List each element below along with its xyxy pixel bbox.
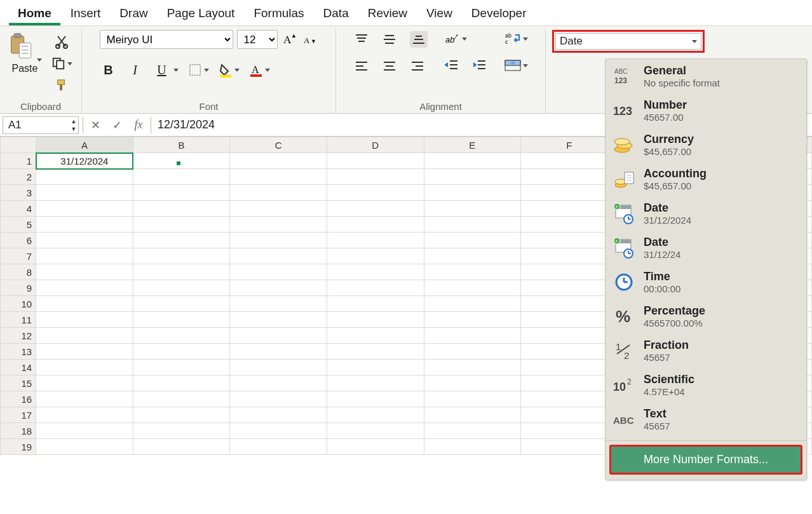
fill-color-button[interactable]: [218, 62, 240, 78]
more-number-formats-button[interactable]: More Number Formats...: [609, 445, 802, 475]
bold-button[interactable]: B: [100, 62, 118, 78]
borders-button[interactable]: [187, 63, 209, 77]
font-size-select[interactable]: 12: [237, 30, 278, 49]
cell-F10[interactable]: [521, 296, 618, 312]
align-bottom-button[interactable]: [410, 31, 428, 48]
cell-D8[interactable]: [327, 264, 424, 280]
cell-C4[interactable]: [230, 201, 327, 217]
cell-B7[interactable]: [133, 248, 230, 264]
cell-E18[interactable]: [424, 423, 521, 439]
nf-item-date-4[interactable]: + Date 31/12/2024: [606, 196, 806, 231]
cell-F2[interactable]: [521, 169, 618, 185]
cell-B9[interactable]: [133, 280, 230, 296]
cell-C3[interactable]: [230, 185, 327, 201]
tab-view[interactable]: View: [417, 5, 461, 25]
paste-button[interactable]: Paste: [8, 31, 42, 74]
cell-B19[interactable]: [133, 439, 230, 455]
format-painter-button[interactable]: [48, 76, 75, 95]
cell-B10[interactable]: [133, 296, 230, 312]
row-header-19[interactable]: 19: [1, 439, 36, 455]
cell-A11[interactable]: [36, 312, 133, 328]
row-header-9[interactable]: 9: [1, 280, 36, 296]
cell-D18[interactable]: [327, 423, 424, 439]
row-header-8[interactable]: 8: [1, 264, 36, 280]
cell-B1[interactable]: [133, 153, 230, 169]
cell-D19[interactable]: [327, 439, 424, 455]
cell-F14[interactable]: [521, 360, 618, 375]
cell-B4[interactable]: [133, 201, 230, 217]
cell-B5[interactable]: [133, 217, 230, 233]
cell-E11[interactable]: [424, 312, 521, 328]
nf-item-text-10[interactable]: ABC Text 45657: [606, 402, 806, 436]
cell-F5[interactable]: [521, 217, 618, 233]
cell-E12[interactable]: [424, 328, 521, 344]
cell-F9[interactable]: [521, 280, 618, 296]
cell-D10[interactable]: [327, 296, 424, 312]
cell-E1[interactable]: [424, 153, 521, 169]
cell-C6[interactable]: [230, 233, 327, 248]
cell-C9[interactable]: [230, 280, 327, 296]
cell-E19[interactable]: [424, 439, 521, 455]
cell-E5[interactable]: [424, 217, 521, 233]
cell-B6[interactable]: [133, 233, 230, 248]
cell-F8[interactable]: [521, 264, 618, 280]
cell-F7[interactable]: [521, 248, 618, 264]
cell-B18[interactable]: [133, 423, 230, 439]
cell-F18[interactable]: [521, 423, 618, 439]
cell-D6[interactable]: [327, 233, 424, 248]
cell-F11[interactable]: [521, 312, 618, 328]
cell-B17[interactable]: [133, 407, 230, 423]
decrease-indent-button[interactable]: [444, 58, 459, 72]
col-header-A[interactable]: A: [36, 137, 133, 153]
cell-C15[interactable]: [230, 375, 327, 391]
cell-C11[interactable]: [230, 312, 327, 328]
row-header-7[interactable]: 7: [1, 248, 36, 264]
row-header-15[interactable]: 15: [1, 375, 36, 391]
cell-A19[interactable]: [36, 439, 133, 455]
row-header-11[interactable]: 11: [1, 312, 36, 328]
name-box[interactable]: A1 ▲ ▼: [3, 116, 79, 134]
cell-E2[interactable]: [424, 169, 521, 185]
cell-C5[interactable]: [230, 217, 327, 233]
cell-C18[interactable]: [230, 423, 327, 439]
name-box-down[interactable]: ▼: [69, 125, 78, 133]
fx-button[interactable]: fx: [128, 118, 149, 132]
row-header-3[interactable]: 3: [1, 185, 36, 201]
cell-C12[interactable]: [230, 328, 327, 344]
cell-F15[interactable]: [521, 375, 618, 391]
cell-E10[interactable]: [424, 296, 521, 312]
underline-button[interactable]: U: [153, 62, 171, 78]
col-header-F[interactable]: F: [521, 137, 618, 153]
col-header-D[interactable]: D: [327, 137, 424, 153]
increase-font-size-button[interactable]: A▲: [281, 32, 298, 47]
cell-B16[interactable]: [133, 391, 230, 407]
align-right-button[interactable]: [410, 59, 425, 73]
row-header-14[interactable]: 14: [1, 360, 36, 375]
cell-A17[interactable]: [36, 407, 133, 423]
row-header-5[interactable]: 5: [1, 217, 36, 233]
cell-D7[interactable]: [327, 248, 424, 264]
cell-B8[interactable]: [133, 264, 230, 280]
cell-D11[interactable]: [327, 312, 424, 328]
cell-F12[interactable]: [521, 328, 618, 344]
nf-item-currency-2[interactable]: Currency $45,657.00: [606, 128, 806, 162]
cell-E13[interactable]: [424, 344, 521, 360]
cell-A13[interactable]: [36, 344, 133, 360]
cell-C17[interactable]: [230, 407, 327, 423]
increase-indent-button[interactable]: [472, 58, 487, 72]
nf-item-fraction-8[interactable]: 12 Fraction 45657: [606, 334, 806, 368]
row-header-18[interactable]: 18: [1, 423, 36, 439]
cell-E17[interactable]: [424, 407, 521, 423]
cell-D15[interactable]: [327, 375, 424, 391]
cell-A14[interactable]: [36, 360, 133, 375]
row-header-13[interactable]: 13: [1, 344, 36, 360]
row-header-2[interactable]: 2: [1, 169, 36, 185]
cell-C10[interactable]: [230, 296, 327, 312]
cell-D17[interactable]: [327, 407, 424, 423]
cell-C2[interactable]: [230, 169, 327, 185]
cell-E15[interactable]: [424, 375, 521, 391]
col-header-C[interactable]: C: [230, 137, 327, 153]
row-header-6[interactable]: 6: [1, 233, 36, 248]
cell-C16[interactable]: [230, 391, 327, 407]
cell-F19[interactable]: [521, 439, 618, 455]
